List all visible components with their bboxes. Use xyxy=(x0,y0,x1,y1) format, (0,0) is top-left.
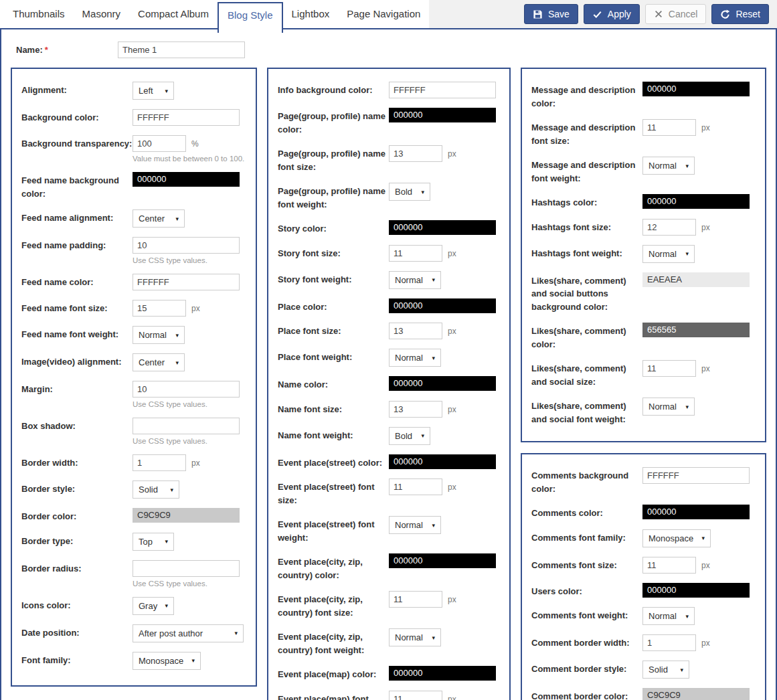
dropdown-arrow-icon: ▾ xyxy=(432,276,435,283)
likes-share-comment-and-social-size-input[interactable] xyxy=(642,360,696,377)
comment-border-width-input[interactable] xyxy=(642,634,696,651)
name-label: Name:* xyxy=(16,45,118,55)
field-control: 000000 xyxy=(389,553,501,582)
page-group-profile-name-font-size-input[interactable] xyxy=(389,145,442,162)
feed-name-font-weight-select[interactable]: Normal▾ xyxy=(133,326,185,344)
box-shadow-input[interactable] xyxy=(133,418,240,434)
place-font-size-input[interactable] xyxy=(389,323,442,339)
message-and-description-color-input[interactable]: 000000 xyxy=(642,82,750,96)
event-place-street-color-input[interactable]: 000000 xyxy=(389,454,496,469)
likes-share-comment-color-input[interactable]: 656565 xyxy=(642,323,750,337)
reset-button[interactable]: Reset xyxy=(711,4,769,24)
comments-font-family-select[interactable]: Monospace▾ xyxy=(642,529,711,547)
comments-font-size-input[interactable] xyxy=(642,557,696,574)
border-width-input[interactable] xyxy=(133,454,186,471)
dropdown-arrow-icon: ▾ xyxy=(165,538,168,545)
tab-lightbox[interactable]: Lightbox xyxy=(283,0,339,28)
hashtags-color-input[interactable]: 000000 xyxy=(642,194,750,209)
cancel-button[interactable]: Cancel xyxy=(645,4,707,24)
event-place-city-zip-country-font-weight-select[interactable]: Normal▾ xyxy=(389,628,441,646)
field-note: Use CSS type values. xyxy=(133,580,248,588)
page-group-profile-name-color-input[interactable]: 000000 xyxy=(389,108,496,122)
tab-masonry[interactable]: Masonry xyxy=(74,0,130,28)
feed-name-color-input[interactable] xyxy=(133,274,240,290)
message-and-description-font-weight-select[interactable]: Normal▾ xyxy=(642,157,695,175)
background-transparency-input[interactable] xyxy=(133,135,186,152)
field-control: After post author▾ xyxy=(133,624,248,642)
field-note: Value must be between 0 to 100. xyxy=(133,155,248,163)
name-font-weight-select[interactable]: Bold▾ xyxy=(389,427,430,445)
info-background-color-input[interactable] xyxy=(389,82,496,98)
feed-name-background-color-input[interactable]: 000000 xyxy=(133,172,240,187)
alignment-select[interactable]: Left▾ xyxy=(133,82,174,100)
event-place-map-color-input[interactable]: 000000 xyxy=(389,666,496,681)
dropdown-arrow-icon: ▾ xyxy=(175,332,179,339)
event-place-street-font-size-input[interactable] xyxy=(389,478,442,495)
save-button[interactable]: Save xyxy=(524,4,578,24)
message-and-description-font-size-input[interactable] xyxy=(642,119,696,136)
unit-suffix: px xyxy=(448,595,456,604)
form-row: Likes(share, comment) and social font we… xyxy=(531,397,757,426)
name-color-input[interactable]: 000000 xyxy=(389,376,496,391)
comments-font-weight-select[interactable]: Normal▾ xyxy=(642,607,695,625)
icons-color-select[interactable]: Gray▾ xyxy=(133,597,174,615)
form-row: Place font size:px xyxy=(278,322,501,339)
comment-border-style-select[interactable]: Solid▾ xyxy=(642,661,689,679)
select-value: Gray xyxy=(139,601,157,611)
comments-color-input[interactable]: 000000 xyxy=(642,505,750,519)
story-font-size-input[interactable] xyxy=(389,245,442,262)
comments-font-weight-label: Comments font weight: xyxy=(531,606,642,625)
dropdown-arrow-icon: ▾ xyxy=(165,602,168,609)
form-row: Feed name padding:Use CSS type values. xyxy=(21,236,248,264)
page-group-profile-name-font-weight-select[interactable]: Bold▾ xyxy=(389,183,430,201)
form-row: Feed name alignment:Center▾ xyxy=(21,209,248,228)
border-type-select[interactable]: Top▾ xyxy=(133,533,174,551)
place-color-input[interactable]: 000000 xyxy=(389,298,496,313)
place-font-weight-select[interactable]: Normal▾ xyxy=(389,349,441,367)
select-value: Normal xyxy=(395,353,423,363)
field-control: px xyxy=(389,478,501,507)
toolbar: Save Apply Cancel Reset xyxy=(429,0,777,28)
event-place-map-font-size-input[interactable] xyxy=(389,691,442,700)
feed-name-font-size-input[interactable] xyxy=(133,300,186,317)
form-row: Event place(city, zip, country) font siz… xyxy=(278,590,501,619)
likes-share-comment-and-social-buttons-background-color-input[interactable]: EAEAEA xyxy=(642,272,750,287)
unit-suffix: px xyxy=(448,149,456,159)
form-row: Page(group, profile) name color:000000 xyxy=(278,107,501,136)
border-style-select[interactable]: Solid▾ xyxy=(133,480,179,499)
feed-name-padding-input[interactable] xyxy=(133,237,240,254)
tab-thumbnails[interactable]: Thumbnails xyxy=(4,0,74,28)
event-place-city-zip-country-font-size-input[interactable] xyxy=(389,591,442,608)
comment-border-color-input[interactable]: C9C9C9 xyxy=(642,688,750,700)
tab-page-navigation[interactable]: Page Navigation xyxy=(338,0,429,28)
margin-input[interactable] xyxy=(133,381,240,398)
background-color-input[interactable] xyxy=(133,109,240,126)
feed-name-padding-label: Feed name padding: xyxy=(21,236,133,264)
apply-button[interactable]: Apply xyxy=(584,4,640,24)
name-font-size-input[interactable] xyxy=(389,401,442,418)
event-place-city-zip-country-color-input[interactable]: 000000 xyxy=(389,553,496,568)
border-radius-input[interactable] xyxy=(133,560,240,577)
hashtags-font-size-input[interactable] xyxy=(642,219,696,236)
name-color-label: Name color: xyxy=(278,375,389,391)
hashtags-font-weight-select[interactable]: Normal▾ xyxy=(642,245,695,263)
likes-share-comment-and-social-font-weight-select[interactable]: Normal▾ xyxy=(642,398,695,416)
tab-compact-album[interactable]: Compact Album xyxy=(129,0,218,28)
date-position-select[interactable]: After post author▾ xyxy=(133,624,244,642)
form-row: Event place(map) color:000000 xyxy=(278,665,501,681)
image-video-alignment-select[interactable]: Center▾ xyxy=(133,353,185,371)
dropdown-arrow-icon: ▾ xyxy=(685,250,689,257)
tab-blog-style[interactable]: Blog Style xyxy=(218,2,283,33)
name-input[interactable] xyxy=(118,41,245,58)
users-color-input[interactable]: 000000 xyxy=(642,583,750,598)
dropdown-arrow-icon: ▾ xyxy=(175,215,179,222)
select-value: Normal xyxy=(649,402,677,412)
comments-background-color-input[interactable] xyxy=(642,467,750,484)
story-color-input[interactable]: 000000 xyxy=(389,220,496,235)
border-color-input[interactable]: C9C9C9 xyxy=(133,508,240,523)
story-font-weight-select[interactable]: Normal▾ xyxy=(389,271,441,289)
feed-name-alignment-select[interactable]: Center▾ xyxy=(133,209,185,228)
font-family-select[interactable]: Monospace▾ xyxy=(133,652,201,670)
event-place-street-font-weight-select[interactable]: Normal▾ xyxy=(389,516,441,534)
dropdown-arrow-icon: ▾ xyxy=(432,522,435,529)
